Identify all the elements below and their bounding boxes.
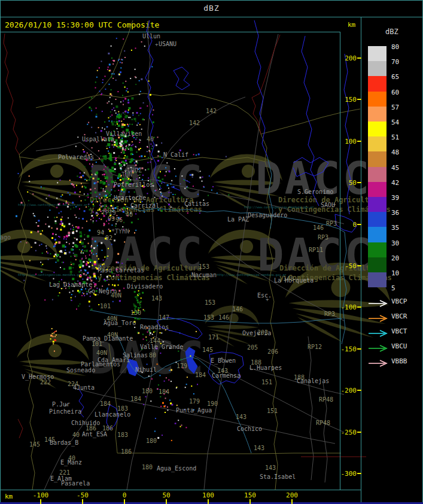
map-label: Nacuman xyxy=(191,272,217,278)
right-axis-tick xyxy=(357,432,361,433)
map-label: 153 xyxy=(203,315,214,321)
right-axis-tick xyxy=(357,57,361,59)
map-label: 40N xyxy=(96,350,107,356)
vector-arrow-icon xyxy=(368,358,389,365)
map-label: 4Junta xyxy=(73,385,95,391)
legend-swatch xyxy=(368,182,387,197)
map-label: USANU xyxy=(159,41,176,47)
map-label: Polvaredas xyxy=(58,154,94,160)
bottom-axis-tick-label: 50 xyxy=(162,492,170,499)
map-line-red xyxy=(252,35,280,134)
map-label: Canalejas xyxy=(297,378,329,384)
map-label: Catitas xyxy=(184,201,209,207)
map-label: Ugarteche xyxy=(114,195,146,201)
legend-scale-label: 39 xyxy=(391,195,399,201)
legend-scale-label: 20 xyxy=(391,255,399,262)
map-label: Llancanelo xyxy=(95,412,130,418)
right-axis-tick-label: -50 xyxy=(330,263,357,269)
legend-scale-label: 60 xyxy=(391,89,399,96)
map-label: 184 xyxy=(130,396,141,402)
radar-echo-cluster xyxy=(132,288,145,323)
map-label: 142 xyxy=(206,108,217,114)
legend-scale-label: 48 xyxy=(391,149,399,156)
station-marker-icon: + xyxy=(155,42,158,47)
watermark-url: http://www.contingencias.mendoza.gov.ar xyxy=(217,274,286,277)
map-label: Pasarela xyxy=(61,481,90,487)
window-title: dBZ xyxy=(0,4,423,13)
legend-scale-label: 10 xyxy=(391,270,399,277)
legend-swatch xyxy=(368,272,387,287)
bottom-axis-tick xyxy=(124,499,125,504)
map-label: RP3 xyxy=(318,235,328,241)
map-label: 80 xyxy=(149,353,156,359)
map-label: 180 xyxy=(142,388,153,394)
legend-scale-label: 30 xyxy=(391,240,399,247)
page-border-top xyxy=(0,0,423,1)
separator-line xyxy=(0,17,423,17)
right-axis-tick-label: 200 xyxy=(330,55,357,62)
legend-scale-label: 54 xyxy=(391,119,399,126)
vector-arrow-icon xyxy=(368,313,389,320)
map-label: L.Huarpes xyxy=(249,365,282,371)
map-label: 222 xyxy=(40,379,51,385)
legend-swatch xyxy=(368,212,387,227)
legend-scale-label: 70 xyxy=(391,59,399,65)
timestamp-label: 2026/01/10 15:30:00 UTC Composite xyxy=(5,20,159,29)
legend-scale-label: 65 xyxy=(391,74,399,80)
map-label: Bardas_B xyxy=(50,440,78,446)
right-axis-tick xyxy=(357,224,361,225)
map-label: Valle Grande xyxy=(140,344,183,350)
watermark-url: http://www.contingencias.mendoza.gov.ar xyxy=(18,274,87,277)
map-label: 96 xyxy=(115,217,123,223)
page-border-left xyxy=(0,0,1,504)
right-axis-tick-label: 150 xyxy=(330,96,357,103)
map-label: 101 xyxy=(100,303,111,309)
legend-title: dBZ xyxy=(385,28,398,36)
bottom-axis-tick xyxy=(166,499,167,504)
legend-scale-label: 45 xyxy=(391,165,399,171)
legend-scale-label: 42 xyxy=(391,180,399,186)
map-label: Desaguadero xyxy=(248,212,287,218)
vector-legend-label: VBCP xyxy=(391,298,407,305)
map-label: 153 xyxy=(199,264,209,270)
map-label: Pincheira xyxy=(49,409,81,415)
legend-swatch xyxy=(368,257,387,272)
map-label: 186 xyxy=(121,449,132,455)
map-label: 142 xyxy=(189,120,200,126)
map-label: Agua_Toro xyxy=(104,320,136,326)
map-label: 180 xyxy=(142,464,153,470)
map-label: La PAZ xyxy=(227,217,249,223)
map-label: Cochico xyxy=(237,426,262,432)
bottom-axis-tick-label: 150 xyxy=(244,492,256,499)
bottom-axis-tick xyxy=(82,499,83,504)
map-label: Lag_Diamante xyxy=(49,282,92,288)
map-label: 148 xyxy=(283,276,294,282)
map-label: RP12 xyxy=(308,344,322,350)
map-label: 171 xyxy=(208,335,219,341)
right-axis-tick-label: -250 xyxy=(330,429,357,436)
map-label: Divisadero xyxy=(127,284,163,290)
right-axis-tick xyxy=(357,99,361,100)
map-frame-bottom xyxy=(0,490,361,490)
map-label: 143 xyxy=(254,445,264,451)
map-label: 92 xyxy=(105,235,112,241)
map-label: *TYHN xyxy=(111,229,129,235)
vector-arrow-icon xyxy=(368,298,389,305)
legend-swatch xyxy=(368,197,387,212)
map-label: 146 xyxy=(232,306,243,312)
map-label: 143 xyxy=(151,296,162,302)
map-label: Pampa_Diamante xyxy=(83,336,133,342)
bottom-axis-tick xyxy=(249,499,251,504)
map-line-red xyxy=(4,34,19,154)
watermark-url: http://www.contingencias.mendoza.gov.ar xyxy=(244,206,314,210)
map-label: Sta.Isabel xyxy=(260,474,296,480)
map-label: Ullun xyxy=(142,34,160,40)
right-axis-tick-label: -300 xyxy=(330,470,357,477)
map-label: Agua_Escond xyxy=(157,466,196,472)
dacc-eye-logo xyxy=(19,154,91,209)
legend-swatch xyxy=(368,76,387,91)
vector-legend-label: VBCT xyxy=(391,328,407,335)
map-label: La Horqueta xyxy=(274,278,314,284)
right-axis-tick xyxy=(357,390,361,391)
legend-swatch xyxy=(368,167,387,182)
